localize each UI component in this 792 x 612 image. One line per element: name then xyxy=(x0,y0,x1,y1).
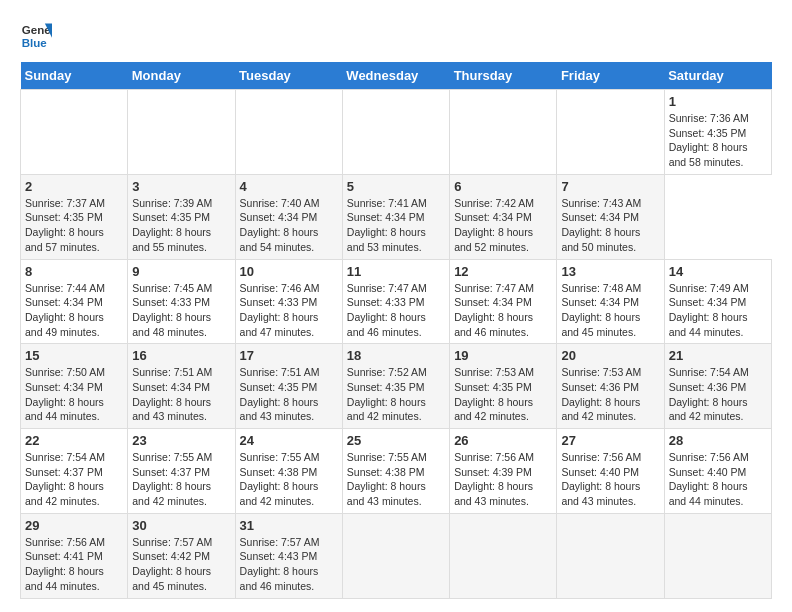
empty-cell xyxy=(450,90,557,175)
day-cell-12: 12 Sunrise: 7:47 AMSunset: 4:34 PMDaylig… xyxy=(450,259,557,344)
day-number: 8 xyxy=(25,264,123,279)
empty-cell xyxy=(557,513,664,598)
dow-thursday: Thursday xyxy=(450,62,557,90)
day-number: 23 xyxy=(132,433,230,448)
day-info: Sunrise: 7:55 AMSunset: 4:38 PMDaylight:… xyxy=(240,450,338,509)
day-info: Sunrise: 7:46 AMSunset: 4:33 PMDaylight:… xyxy=(240,281,338,340)
day-number: 31 xyxy=(240,518,338,533)
day-number: 11 xyxy=(347,264,445,279)
day-info: Sunrise: 7:37 AMSunset: 4:35 PMDaylight:… xyxy=(25,196,123,255)
svg-text:Blue: Blue xyxy=(22,37,48,49)
day-info: Sunrise: 7:56 AMSunset: 4:40 PMDaylight:… xyxy=(561,450,659,509)
day-info: Sunrise: 7:53 AMSunset: 4:35 PMDaylight:… xyxy=(454,365,552,424)
day-number: 13 xyxy=(561,264,659,279)
week-row-6: 29 Sunrise: 7:56 AMSunset: 4:41 PMDaylig… xyxy=(21,513,772,598)
day-info: Sunrise: 7:43 AMSunset: 4:34 PMDaylight:… xyxy=(561,196,659,255)
day-number: 22 xyxy=(25,433,123,448)
day-info: Sunrise: 7:47 AMSunset: 4:34 PMDaylight:… xyxy=(454,281,552,340)
day-cell-10: 10 Sunrise: 7:46 AMSunset: 4:33 PMDaylig… xyxy=(235,259,342,344)
day-cell-11: 11 Sunrise: 7:47 AMSunset: 4:33 PMDaylig… xyxy=(342,259,449,344)
day-info: Sunrise: 7:55 AMSunset: 4:37 PMDaylight:… xyxy=(132,450,230,509)
day-number: 25 xyxy=(347,433,445,448)
day-number: 4 xyxy=(240,179,338,194)
days-of-week-header: SundayMondayTuesdayWednesdayThursdayFrid… xyxy=(21,62,772,90)
dow-monday: Monday xyxy=(128,62,235,90)
day-number: 15 xyxy=(25,348,123,363)
day-info: Sunrise: 7:55 AMSunset: 4:38 PMDaylight:… xyxy=(347,450,445,509)
day-number: 5 xyxy=(347,179,445,194)
day-cell-28: 28 Sunrise: 7:56 AMSunset: 4:40 PMDaylig… xyxy=(664,429,771,514)
day-number: 2 xyxy=(25,179,123,194)
empty-cell xyxy=(128,90,235,175)
day-cell-30: 30 Sunrise: 7:57 AMSunset: 4:42 PMDaylig… xyxy=(128,513,235,598)
day-number: 19 xyxy=(454,348,552,363)
day-info: Sunrise: 7:52 AMSunset: 4:35 PMDaylight:… xyxy=(347,365,445,424)
page-header: General Blue xyxy=(20,20,772,52)
day-number: 29 xyxy=(25,518,123,533)
calendar-table: SundayMondayTuesdayWednesdayThursdayFrid… xyxy=(20,62,772,599)
day-number: 27 xyxy=(561,433,659,448)
week-row-4: 15 Sunrise: 7:50 AMSunset: 4:34 PMDaylig… xyxy=(21,344,772,429)
day-info: Sunrise: 7:53 AMSunset: 4:36 PMDaylight:… xyxy=(561,365,659,424)
day-number: 14 xyxy=(669,264,767,279)
empty-cell xyxy=(21,90,128,175)
day-info: Sunrise: 7:57 AMSunset: 4:42 PMDaylight:… xyxy=(132,535,230,594)
logo: General Blue xyxy=(20,20,52,52)
day-number: 24 xyxy=(240,433,338,448)
day-info: Sunrise: 7:56 AMSunset: 4:39 PMDaylight:… xyxy=(454,450,552,509)
day-cell-14: 14 Sunrise: 7:49 AMSunset: 4:34 PMDaylig… xyxy=(664,259,771,344)
day-number: 18 xyxy=(347,348,445,363)
logo-icon: General Blue xyxy=(20,20,52,52)
dow-tuesday: Tuesday xyxy=(235,62,342,90)
day-cell-15: 15 Sunrise: 7:50 AMSunset: 4:34 PMDaylig… xyxy=(21,344,128,429)
empty-cell xyxy=(342,513,449,598)
day-number: 26 xyxy=(454,433,552,448)
empty-cell xyxy=(664,513,771,598)
dow-wednesday: Wednesday xyxy=(342,62,449,90)
day-cell-21: 21 Sunrise: 7:54 AMSunset: 4:36 PMDaylig… xyxy=(664,344,771,429)
day-cell-31: 31 Sunrise: 7:57 AMSunset: 4:43 PMDaylig… xyxy=(235,513,342,598)
day-cell-23: 23 Sunrise: 7:55 AMSunset: 4:37 PMDaylig… xyxy=(128,429,235,514)
day-info: Sunrise: 7:49 AMSunset: 4:34 PMDaylight:… xyxy=(669,281,767,340)
day-cell-13: 13 Sunrise: 7:48 AMSunset: 4:34 PMDaylig… xyxy=(557,259,664,344)
day-number: 17 xyxy=(240,348,338,363)
day-cell-3: 3 Sunrise: 7:39 AMSunset: 4:35 PMDayligh… xyxy=(128,174,235,259)
day-cell-8: 8 Sunrise: 7:44 AMSunset: 4:34 PMDayligh… xyxy=(21,259,128,344)
day-info: Sunrise: 7:41 AMSunset: 4:34 PMDaylight:… xyxy=(347,196,445,255)
day-cell-29: 29 Sunrise: 7:56 AMSunset: 4:41 PMDaylig… xyxy=(21,513,128,598)
day-info: Sunrise: 7:39 AMSunset: 4:35 PMDaylight:… xyxy=(132,196,230,255)
day-info: Sunrise: 7:40 AMSunset: 4:34 PMDaylight:… xyxy=(240,196,338,255)
day-number: 6 xyxy=(454,179,552,194)
empty-cell xyxy=(235,90,342,175)
day-cell-2: 2 Sunrise: 7:37 AMSunset: 4:35 PMDayligh… xyxy=(21,174,128,259)
day-cell-16: 16 Sunrise: 7:51 AMSunset: 4:34 PMDaylig… xyxy=(128,344,235,429)
day-info: Sunrise: 7:47 AMSunset: 4:33 PMDaylight:… xyxy=(347,281,445,340)
day-cell-18: 18 Sunrise: 7:52 AMSunset: 4:35 PMDaylig… xyxy=(342,344,449,429)
day-number: 30 xyxy=(132,518,230,533)
day-info: Sunrise: 7:48 AMSunset: 4:34 PMDaylight:… xyxy=(561,281,659,340)
day-number: 10 xyxy=(240,264,338,279)
calendar-body: 1 Sunrise: 7:36 AMSunset: 4:35 PMDayligh… xyxy=(21,90,772,599)
day-number: 3 xyxy=(132,179,230,194)
dow-saturday: Saturday xyxy=(664,62,771,90)
day-info: Sunrise: 7:51 AMSunset: 4:35 PMDaylight:… xyxy=(240,365,338,424)
day-number: 7 xyxy=(561,179,659,194)
day-info: Sunrise: 7:56 AMSunset: 4:41 PMDaylight:… xyxy=(25,535,123,594)
day-cell-5: 5 Sunrise: 7:41 AMSunset: 4:34 PMDayligh… xyxy=(342,174,449,259)
empty-cell xyxy=(450,513,557,598)
empty-cell xyxy=(557,90,664,175)
day-info: Sunrise: 7:54 AMSunset: 4:37 PMDaylight:… xyxy=(25,450,123,509)
day-info: Sunrise: 7:51 AMSunset: 4:34 PMDaylight:… xyxy=(132,365,230,424)
dow-friday: Friday xyxy=(557,62,664,90)
day-number: 28 xyxy=(669,433,767,448)
day-cell-25: 25 Sunrise: 7:55 AMSunset: 4:38 PMDaylig… xyxy=(342,429,449,514)
week-row-2: 2 Sunrise: 7:37 AMSunset: 4:35 PMDayligh… xyxy=(21,174,772,259)
empty-cell xyxy=(342,90,449,175)
week-row-3: 8 Sunrise: 7:44 AMSunset: 4:34 PMDayligh… xyxy=(21,259,772,344)
day-info: Sunrise: 7:50 AMSunset: 4:34 PMDaylight:… xyxy=(25,365,123,424)
day-number: 21 xyxy=(669,348,767,363)
day-number: 12 xyxy=(454,264,552,279)
dow-sunday: Sunday xyxy=(21,62,128,90)
day-info: Sunrise: 7:42 AMSunset: 4:34 PMDaylight:… xyxy=(454,196,552,255)
day-cell-26: 26 Sunrise: 7:56 AMSunset: 4:39 PMDaylig… xyxy=(450,429,557,514)
